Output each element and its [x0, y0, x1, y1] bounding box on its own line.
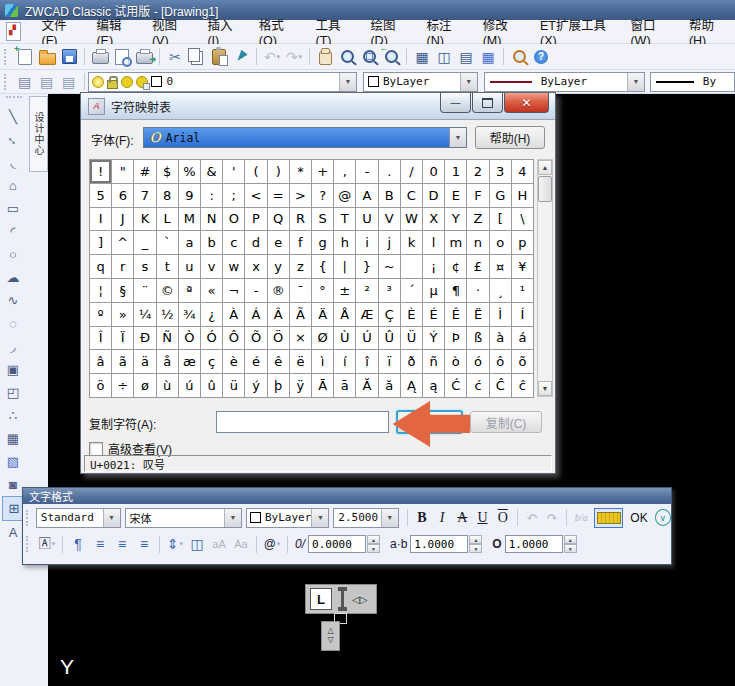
char-cell[interactable]: C: [401, 184, 423, 208]
char-cell[interactable]: e: [268, 231, 290, 255]
char-cell[interactable]: *: [290, 160, 312, 184]
columns-button[interactable]: ◫: [187, 535, 207, 554]
char-cell[interactable]: s: [134, 255, 156, 279]
char-cell[interactable]: !: [90, 160, 112, 184]
pan-icon[interactable]: [315, 47, 335, 66]
char-cell[interactable]: Ì: [490, 303, 512, 327]
help-button[interactable]: 帮助(H): [475, 126, 545, 149]
chevron-down-icon[interactable]: ▼: [224, 509, 241, 527]
char-cell[interactable]: -: [245, 279, 267, 303]
italic-button[interactable]: I: [432, 508, 452, 528]
strikethrough-button[interactable]: A: [452, 508, 472, 528]
char-cell[interactable]: ±: [334, 279, 356, 303]
scroll-up-icon[interactable]: ▲: [538, 160, 552, 175]
char-cell[interactable]: E: [445, 184, 467, 208]
char-cell[interactable]: ĉ: [512, 374, 534, 398]
char-cell[interactable]: ]: [90, 231, 112, 255]
char-cell[interactable]: í: [334, 350, 356, 374]
char-cell[interactable]: ú: [179, 374, 201, 398]
char-cell[interactable]: Î: [90, 327, 112, 351]
char-cell[interactable]: h: [334, 231, 356, 255]
char-cell[interactable]: /: [401, 160, 423, 184]
char-cell[interactable]: P: [245, 208, 267, 232]
char-cell[interactable]: X: [423, 208, 445, 232]
char-cell[interactable]: Ç: [379, 303, 401, 327]
char-cell[interactable]: ~: [379, 255, 401, 279]
char-cell[interactable]: \: [512, 208, 534, 232]
char-cell[interactable]: v: [201, 255, 223, 279]
char-cell[interactable]: Ò: [179, 327, 201, 351]
char-cell[interactable]: [: [490, 208, 512, 232]
char-cell[interactable]: Ã: [290, 303, 312, 327]
char-cell[interactable]: W: [401, 208, 423, 232]
ok-button[interactable]: OK: [630, 511, 647, 525]
minimize-button[interactable]: —: [440, 93, 471, 113]
paste-icon[interactable]: [209, 47, 229, 66]
char-cell[interactable]: Û: [379, 327, 401, 351]
char-cell[interactable]: t: [157, 255, 179, 279]
revision-cloud-icon[interactable]: ☁: [2, 266, 24, 289]
char-cell[interactable]: õ: [512, 350, 534, 374]
char-cell[interactable]: ¯: [290, 279, 312, 303]
align-left-button[interactable]: ≡: [90, 535, 110, 554]
char-cell[interactable]: ă: [379, 374, 401, 398]
rectangle-icon[interactable]: ▭: [2, 197, 24, 220]
char-cell[interactable]: ÿ: [290, 374, 312, 398]
char-cell[interactable]: ó: [467, 350, 489, 374]
char-cell[interactable]: M: [179, 208, 201, 232]
char-cell[interactable]: ¢: [445, 255, 467, 279]
chevron-down-icon[interactable]: ▼: [627, 73, 644, 91]
char-cell[interactable]: m: [445, 231, 467, 255]
open-icon[interactable]: [37, 47, 57, 66]
char-cell[interactable]: ½: [157, 303, 179, 327]
char-cell[interactable]: >: [290, 184, 312, 208]
char-cell[interactable]: µ: [423, 279, 445, 303]
char-cell[interactable]: .: [379, 160, 401, 184]
char-cell[interactable]: S: [312, 208, 334, 232]
polygon-icon[interactable]: ⌂: [2, 174, 24, 197]
char-cell[interactable]: Ä: [312, 303, 334, 327]
char-cell[interactable]: y: [268, 255, 290, 279]
bold-button[interactable]: B: [412, 508, 432, 528]
char-cell[interactable]: r: [112, 255, 134, 279]
char-cell[interactable]: Ï: [112, 327, 134, 351]
char-cell[interactable]: @: [334, 184, 356, 208]
char-cell[interactable]: £: [467, 255, 489, 279]
char-grid-scrollbar[interactable]: ▲ ▼: [537, 159, 553, 397]
chevron-down-icon[interactable]: ▼: [311, 509, 328, 527]
char-cell[interactable]: ø: [134, 374, 156, 398]
chevron-down-icon[interactable]: ▼: [381, 509, 398, 527]
options-chevron-icon[interactable]: ∨: [655, 509, 671, 526]
underline-button[interactable]: U: [472, 508, 492, 528]
layer-combo[interactable]: 0 ▼: [88, 72, 357, 92]
char-cell[interactable]: ā: [334, 374, 356, 398]
char-cell[interactable]: g: [312, 231, 334, 255]
char-cell[interactable]: f: [290, 231, 312, 255]
char-cell[interactable]: ;: [223, 184, 245, 208]
width-factor-spinner[interactable]: ▲▼: [564, 535, 577, 553]
symbol-insert-button[interactable]: @: [262, 535, 282, 554]
print-icon[interactable]: [90, 47, 110, 66]
circle-icon[interactable]: ○: [2, 243, 24, 266]
char-cell[interactable]: ,: [334, 160, 356, 184]
char-cell[interactable]: à: [490, 327, 512, 351]
char-cell[interactable]: [401, 255, 423, 279]
char-cell[interactable]: V: [379, 208, 401, 232]
toolbar-grip[interactable]: [26, 536, 32, 552]
char-cell[interactable]: Æ: [356, 303, 378, 327]
char-cell[interactable]: H: [512, 184, 534, 208]
construction-line-icon[interactable]: ↔: [2, 128, 24, 151]
char-cell[interactable]: j: [379, 231, 401, 255]
chevron-down-icon[interactable]: ▼: [460, 73, 477, 91]
oblique-angle-input[interactable]: [308, 535, 366, 553]
tracking-spinner[interactable]: ▲▼: [469, 535, 482, 553]
tracking-input[interactable]: [410, 535, 468, 553]
lineweight-combo[interactable]: By: [650, 72, 735, 92]
mtext-editor-widget[interactable]: L ◁▷: [305, 584, 377, 614]
char-cell[interactable]: O: [223, 208, 245, 232]
char-cell[interactable]: I: [90, 208, 112, 232]
char-cell[interactable]: ·: [467, 279, 489, 303]
properties-icon[interactable]: ▦: [412, 47, 432, 66]
char-cell[interactable]: &: [201, 160, 223, 184]
char-cell[interactable]: «: [201, 279, 223, 303]
